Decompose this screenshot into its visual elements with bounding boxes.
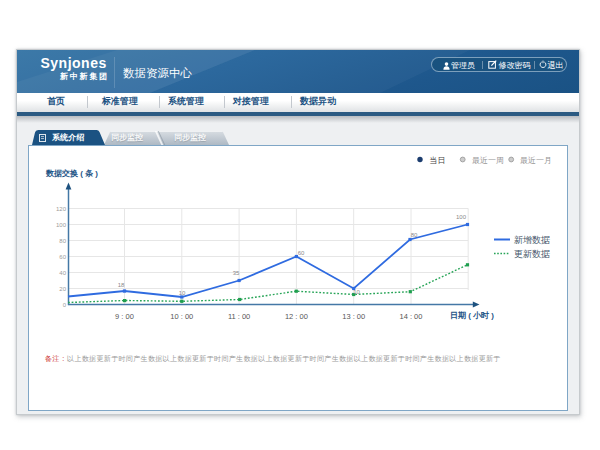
svg-text:20: 20 [59, 286, 66, 292]
svg-text:10: 10 [179, 290, 186, 296]
svg-text:10: 10 [353, 289, 360, 295]
svg-text:最近一月: 最近一月 [520, 156, 552, 165]
svg-text:数据交换 ( 条 ): 数据交换 ( 条 ) [45, 169, 98, 178]
svg-text:14 : 00: 14 : 00 [400, 312, 423, 321]
svg-text:100: 100 [56, 222, 67, 228]
svg-text:9 : 00: 9 : 00 [115, 312, 134, 321]
svg-text:120: 120 [56, 206, 67, 212]
svg-text:100: 100 [456, 214, 467, 220]
svg-text:13 : 00: 13 : 00 [342, 312, 365, 321]
svg-text:日期 ( 小时 ): 日期 ( 小时 ) [450, 311, 494, 320]
svg-text:40: 40 [59, 270, 66, 276]
svg-text:当日: 当日 [430, 156, 446, 165]
svg-text:60: 60 [298, 250, 305, 256]
svg-text:新增数据: 新增数据 [514, 235, 550, 245]
svg-text:最近一周: 最近一周 [472, 156, 504, 165]
svg-text:0: 0 [63, 302, 67, 308]
svg-text:更新数据: 更新数据 [514, 249, 550, 259]
svg-text:35: 35 [233, 270, 240, 276]
svg-text:18: 18 [118, 282, 125, 288]
svg-text:10 : 00: 10 : 00 [170, 312, 193, 321]
svg-text:12 : 00: 12 : 00 [285, 312, 308, 321]
svg-text:60: 60 [59, 254, 66, 260]
svg-text:80: 80 [59, 238, 66, 244]
svg-text:80: 80 [411, 232, 418, 238]
svg-text:11 : 00: 11 : 00 [228, 312, 250, 321]
